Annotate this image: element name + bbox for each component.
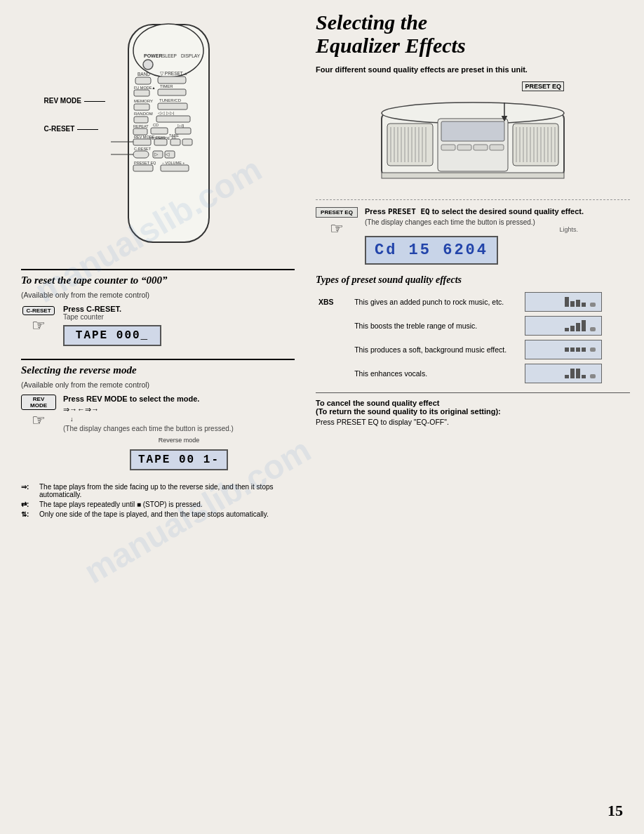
svg-rect-79 <box>441 121 504 141</box>
reverse-note: (The display changes each time the butto… <box>63 425 234 432</box>
cancel-subtitle: (To return the sound quality to its orig… <box>316 407 501 416</box>
svg-text:PRESET EQ: PRESET EQ <box>134 161 156 165</box>
svg-rect-37 <box>170 139 180 145</box>
reset-subtitle: (Available only from the remote control) <box>21 291 295 299</box>
dotted-divider <box>316 199 630 200</box>
vocal-mini-display <box>525 364 602 383</box>
rev-mode-btn-area: REV MODE ☞ <box>21 395 56 430</box>
reverse-instruction-row: REV MODE ☞ Press REV MODE to select the … <box>21 395 295 432</box>
hand-icon-reset: ☞ <box>21 317 56 335</box>
reset-instruction-text: Press C-RESET. Tape counter TAPE 000_ <box>63 305 161 350</box>
svg-rect-83 <box>490 145 504 150</box>
unit-image-wrapper: PRESET EQ <box>375 81 571 192</box>
footnotes: ⇒: The tape plays from the side facing u… <box>21 483 295 518</box>
svg-text:▷/||: ▷/|| <box>177 124 184 128</box>
svg-rect-80 <box>441 145 455 150</box>
eq-press-text: Press PRESET EQ to select the desired so… <box>365 207 584 216</box>
eq-btn-area: PRESET EQ ☞ <box>316 207 358 238</box>
reverse-subtitle: (Available only from the remote control) <box>21 380 295 389</box>
reverse-section: Selecting the reverse mode (Available on… <box>21 359 295 475</box>
svg-point-3 <box>143 60 153 70</box>
svg-text:SLEEP: SLEEP <box>162 53 177 58</box>
bar-2 <box>570 301 575 307</box>
v-bar-2 <box>570 369 575 378</box>
vocal-label <box>316 362 351 385</box>
bar-1 <box>565 297 569 307</box>
footnote-3-text: Only one side of the tape is played, and… <box>39 510 269 518</box>
treble-indicator <box>590 327 596 331</box>
reset-title: To reset the tape counter to “000” <box>21 274 295 286</box>
svg-rect-9 <box>158 77 186 84</box>
bar-4 <box>582 303 586 307</box>
svg-rect-7 <box>135 77 151 84</box>
c-reset-label: C-RESET <box>44 125 75 133</box>
vocal-desc: This enhances vocals. <box>351 362 522 385</box>
tape-counter-label: Tape counter <box>63 313 161 321</box>
soft-indicator <box>590 348 596 352</box>
cancel-text: Press PRESET EQ to display "EQ-OFF". <box>316 418 630 426</box>
svg-rect-38 <box>182 139 192 145</box>
xbs-label-text: XBS <box>318 298 334 306</box>
preset-row-vocal: This enhances vocals. <box>316 362 630 385</box>
preset-row-treble: This boosts the treble range of music. <box>316 314 630 338</box>
svg-text:REPEAT: REPEAT <box>133 124 149 128</box>
unit-svg <box>375 92 571 190</box>
svg-rect-11 <box>134 90 149 96</box>
eq-display: Cd 15 6204 <box>365 236 498 265</box>
c-reset-btn-area: C-RESET ☞ <box>21 305 56 335</box>
rev-mode-label: REV MODE <box>44 97 81 105</box>
soft-label <box>316 338 351 362</box>
vocal-indicator <box>590 374 596 378</box>
hand-icon-rev: ☞ <box>21 411 56 430</box>
svg-text:POWER: POWER <box>144 53 162 58</box>
eq-display-wrapper: Cd 15 6204 <box>365 233 498 267</box>
svg-rect-84 <box>382 173 564 178</box>
treble-label <box>316 314 351 338</box>
svg-text:– VOLUME +: – VOLUME + <box>162 161 185 165</box>
title-line1: Selecting the <box>316 11 427 34</box>
preset-row-soft: This produces a soft, background music e… <box>316 338 630 362</box>
svg-rect-82 <box>474 145 488 150</box>
svg-rect-18 <box>158 103 187 110</box>
footnote-1-symbol: ⇒: <box>21 483 35 498</box>
t-bar-1 <box>565 328 569 331</box>
svg-text:MEMORY: MEMORY <box>134 99 153 103</box>
svg-rect-14 <box>158 89 186 95</box>
eq-press-strong: Press PRESET EQ to select the desired so… <box>365 207 584 216</box>
left-column: REV MODE C-RESET POWER <box>0 0 309 834</box>
xbs-mini-display <box>525 292 602 312</box>
svg-rect-46 <box>133 165 153 171</box>
bar-3 <box>576 300 580 307</box>
soft-display <box>522 338 630 362</box>
soft-mini-display <box>525 340 602 359</box>
treble-mini-display <box>525 316 602 336</box>
svg-text:◁◁  ▷▷|: ◁◁ ▷▷| <box>158 111 175 115</box>
preset-eq-label-above: PRESET EQ <box>375 81 571 91</box>
svg-text:RANDOM: RANDOM <box>134 112 153 116</box>
svg-text:FU MODE▲: FU MODE▲ <box>134 86 156 90</box>
s-bar-1 <box>565 348 569 352</box>
svg-rect-20 <box>134 117 148 123</box>
eq-note: (The display changes each time the butto… <box>365 218 584 226</box>
page: manualslib.com manualslib.com REV MODE C… <box>0 0 644 834</box>
cancel-title-text: To cancel the sound quality effect <box>316 399 439 407</box>
reverse-mode-label: Reverse mode <box>63 437 295 444</box>
eq-instruction-row: PRESET EQ ☞ Press PRESET EQ to select th… <box>316 207 630 267</box>
footnote-3-symbol: ⇅: <box>21 510 35 518</box>
vocal-bars <box>528 367 598 380</box>
svg-rect-24 <box>133 128 147 135</box>
title-line2: Equalizer Effects <box>316 34 466 57</box>
t-bar-3 <box>576 323 580 331</box>
right-column: Selecting the Equalizer Effects Four dif… <box>309 0 644 834</box>
vocal-display <box>522 362 630 385</box>
preset-row-xbs: XBS This gives an added punch to rock mu… <box>316 290 630 314</box>
tape-counter-display: TAPE 000_ <box>63 325 161 346</box>
types-title: Types of preset sound quality effects <box>316 274 630 286</box>
remote-svg: POWER SLEEP DISPLAY BAND ▽ PRESET ▵ FU M… <box>107 21 230 253</box>
s-bar-2 <box>570 348 575 352</box>
cancel-title: To cancel the sound quality effect (To r… <box>316 399 630 416</box>
svg-point-1 <box>133 24 203 77</box>
reverse-title: Selecting the reverse mode <box>21 364 295 376</box>
page-title: Selecting the Equalizer Effects <box>316 11 630 57</box>
footnote-1: ⇒: The tape plays from the side facing u… <box>21 483 295 498</box>
